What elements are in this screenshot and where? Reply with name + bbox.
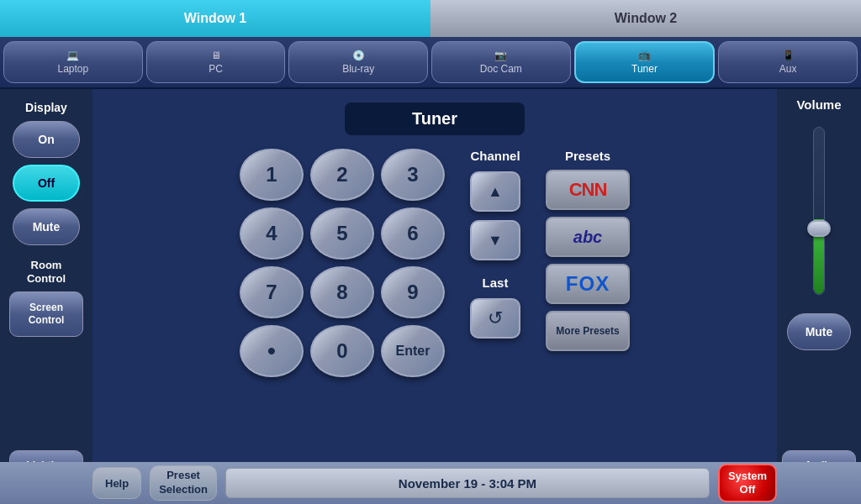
aux-label: Aux: [779, 63, 797, 75]
display-off-button[interactable]: Off: [13, 165, 80, 202]
display-on-button[interactable]: On: [13, 121, 80, 158]
source-pc[interactable]: 🖥 PC: [146, 41, 286, 83]
main-layout: Display On Off Mute RoomControl ScreenCo…: [0, 89, 861, 504]
volume-track: [813, 127, 825, 295]
volume-slider[interactable]: [806, 118, 832, 303]
cnn-logo: CNN: [569, 179, 607, 201]
laptop-label: Laptop: [57, 63, 88, 75]
keypad-area: 1 2 3 4 5 6 7 8 9 • 0 Enter Channel ▲ ▼ …: [240, 149, 630, 377]
display-label: Display: [25, 101, 67, 114]
more-presets-button[interactable]: More Presets: [546, 311, 630, 351]
keypad-2[interactable]: 2: [310, 149, 374, 201]
source-doccam[interactable]: 📷 Doc Cam: [431, 41, 571, 83]
channel-down-button[interactable]: ▼: [470, 220, 520, 260]
channel-column: Channel ▲ ▼ Last ↺: [470, 149, 520, 339]
tuner-icon: 📺: [638, 50, 651, 61]
tuner-title: Tuner: [345, 102, 525, 135]
last-label: Last: [483, 276, 509, 290]
help-button[interactable]: Help: [92, 467, 141, 499]
left-sidebar: Display On Off Mute RoomControl ScreenCo…: [0, 89, 92, 504]
keypad-3[interactable]: 3: [381, 149, 445, 201]
source-aux[interactable]: 📱 Aux: [718, 41, 858, 83]
tab-window2[interactable]: Window 2: [430, 0, 861, 37]
preset-abc-button[interactable]: abc: [546, 217, 630, 257]
preset-fox-button[interactable]: FOX: [546, 264, 630, 304]
bottom-bar: Help PresetSelection November 19 - 3:04 …: [0, 462, 861, 504]
presets-label: Presets: [565, 149, 610, 163]
doccam-label: Doc Cam: [480, 63, 522, 75]
preset-cnn-button[interactable]: CNN: [546, 170, 630, 210]
source-bluray[interactable]: 💿 Blu-ray: [288, 41, 428, 83]
keypad-8[interactable]: 8: [310, 266, 374, 318]
channel-label: Channel: [470, 149, 520, 163]
pc-icon: 🖥: [211, 50, 221, 61]
tuner-label: Tuner: [631, 63, 658, 75]
source-laptop[interactable]: 💻 Laptop: [3, 41, 143, 83]
keypad-9[interactable]: 9: [381, 266, 445, 318]
aux-icon: 📱: [782, 50, 795, 61]
abc-logo: abc: [573, 228, 602, 247]
keypad-7[interactable]: 7: [240, 266, 304, 318]
right-sidebar: Volume Mute AudioControl: [777, 89, 861, 504]
laptop-icon: 💻: [66, 50, 79, 61]
volume-mute-button[interactable]: Mute: [787, 313, 851, 350]
system-off-button[interactable]: SystemOff: [718, 464, 777, 502]
tab-window1[interactable]: Window 1: [0, 0, 430, 37]
volume-thumb[interactable]: [807, 220, 831, 237]
keypad-5[interactable]: 5: [310, 207, 374, 260]
keypad-4[interactable]: 4: [240, 207, 304, 260]
room-control-label: RoomControl: [27, 259, 66, 285]
volume-label: Volume: [796, 97, 841, 112]
keypad-grid: 1 2 3 4 5 6 7 8 9 • 0 Enter: [240, 149, 445, 377]
last-button[interactable]: ↺: [470, 298, 520, 339]
fox-logo: FOX: [566, 272, 610, 296]
datetime-display: November 19 - 3:04 PM: [225, 468, 710, 498]
bluray-label: Blu-ray: [342, 63, 374, 75]
doccam-icon: 📷: [494, 50, 507, 61]
keypad-enter[interactable]: Enter: [381, 325, 445, 377]
channel-up-button[interactable]: ▲: [470, 171, 520, 212]
keypad-dot[interactable]: •: [240, 325, 304, 377]
center-content: Tuner 1 2 3 4 5 6 7 8 9 • 0 Enter Channe…: [92, 89, 777, 504]
presets-column: Presets CNN abc FOX More Presets: [546, 149, 630, 351]
keypad-0[interactable]: 0: [310, 325, 374, 377]
screen-control-button[interactable]: ScreenControl: [9, 291, 83, 337]
preset-selection-button[interactable]: PresetSelection: [150, 465, 217, 501]
display-mute-button[interactable]: Mute: [13, 208, 80, 245]
keypad-1[interactable]: 1: [240, 149, 304, 201]
source-bar: 💻 Laptop 🖥 PC 💿 Blu-ray 📷 Doc Cam 📺 Tune…: [0, 37, 861, 89]
bluray-icon: 💿: [352, 50, 365, 61]
pc-label: PC: [209, 63, 223, 75]
keypad-6[interactable]: 6: [381, 207, 445, 260]
source-tuner[interactable]: 📺 Tuner: [574, 41, 716, 83]
